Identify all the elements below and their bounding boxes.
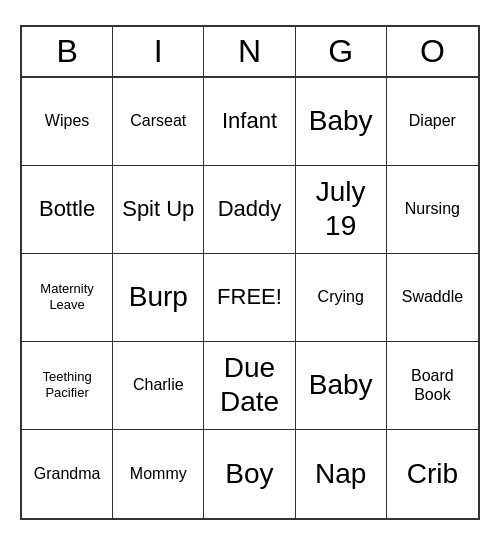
cell-text: Baby: [309, 368, 373, 402]
cell-text: Crying: [318, 287, 364, 306]
grid-cell: July 19: [296, 166, 387, 254]
header-letter: I: [113, 27, 204, 76]
grid-cell: Mommy: [113, 430, 204, 518]
grid-cell: Diaper: [387, 78, 478, 166]
grid-cell: Spit Up: [113, 166, 204, 254]
cell-text: Nap: [315, 457, 366, 491]
grid-cell: Nap: [296, 430, 387, 518]
grid-cell: Nursing: [387, 166, 478, 254]
grid-cell: Baby: [296, 78, 387, 166]
grid-cell: Infant: [204, 78, 295, 166]
grid-cell: Due Date: [204, 342, 295, 430]
cell-text: Swaddle: [402, 287, 463, 306]
grid-cell: Charlie: [113, 342, 204, 430]
cell-text: Crib: [407, 457, 458, 491]
cell-text: FREE!: [217, 284, 282, 310]
grid-cell: Grandma: [22, 430, 113, 518]
grid-cell: Teething Pacifier: [22, 342, 113, 430]
grid-cell: Swaddle: [387, 254, 478, 342]
cell-text: Spit Up: [122, 196, 194, 222]
cell-text: Due Date: [208, 351, 290, 418]
grid-cell: Maternity Leave: [22, 254, 113, 342]
grid-cell: Carseat: [113, 78, 204, 166]
cell-text: Carseat: [130, 111, 186, 130]
header-letter: B: [22, 27, 113, 76]
grid-cell: Crying: [296, 254, 387, 342]
bingo-card: BINGO WipesCarseatInfantBabyDiaperBottle…: [20, 25, 480, 520]
bingo-grid: WipesCarseatInfantBabyDiaperBottleSpit U…: [22, 78, 478, 518]
cell-text: Diaper: [409, 111, 456, 130]
header-letter: O: [387, 27, 478, 76]
cell-text: Boy: [225, 457, 273, 491]
cell-text: Wipes: [45, 111, 89, 130]
cell-text: Maternity Leave: [26, 281, 108, 312]
cell-text: July 19: [300, 175, 382, 242]
cell-text: Infant: [222, 108, 277, 134]
bingo-header: BINGO: [22, 27, 478, 78]
grid-cell: Bottle: [22, 166, 113, 254]
header-letter: N: [204, 27, 295, 76]
cell-text: Teething Pacifier: [26, 369, 108, 400]
grid-cell: FREE!: [204, 254, 295, 342]
cell-text: Baby: [309, 104, 373, 138]
cell-text: Burp: [129, 280, 188, 314]
cell-text: Nursing: [405, 199, 460, 218]
cell-text: Mommy: [130, 464, 187, 483]
cell-text: Grandma: [34, 464, 101, 483]
grid-cell: Baby: [296, 342, 387, 430]
header-letter: G: [296, 27, 387, 76]
cell-text: Board Book: [391, 366, 474, 404]
cell-text: Charlie: [133, 375, 184, 394]
grid-cell: Daddy: [204, 166, 295, 254]
grid-cell: Wipes: [22, 78, 113, 166]
grid-cell: Burp: [113, 254, 204, 342]
grid-cell: Crib: [387, 430, 478, 518]
cell-text: Bottle: [39, 196, 95, 222]
grid-cell: Boy: [204, 430, 295, 518]
grid-cell: Board Book: [387, 342, 478, 430]
cell-text: Daddy: [218, 196, 282, 222]
